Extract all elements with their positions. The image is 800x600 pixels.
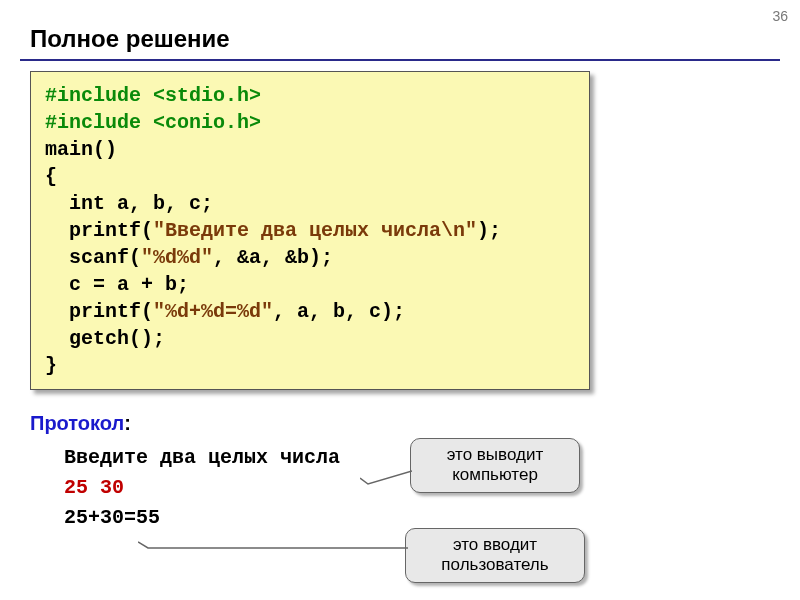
code-block: #include <stdio.h> #include <conio.h> ma… xyxy=(30,71,590,390)
code-line: , &a, &b); xyxy=(213,246,333,269)
title-divider xyxy=(20,59,780,61)
code-line: int xyxy=(45,192,105,215)
code-line: scanf( xyxy=(45,246,141,269)
code-line: #include <stdio.h> xyxy=(45,84,261,107)
code-line: , a, b, c); xyxy=(273,300,405,323)
code-line: getch(); xyxy=(45,327,165,350)
code-line: } xyxy=(45,354,57,377)
code-line: a, b, c; xyxy=(105,192,213,215)
code-string: "Введите два целых числа\n" xyxy=(153,219,477,242)
code-line: #include <conio.h> xyxy=(45,111,261,134)
colon: : xyxy=(124,412,131,434)
code-line: main() xyxy=(45,138,117,161)
protocol-label-text: Протокол xyxy=(30,412,124,434)
code-line: printf( xyxy=(45,219,153,242)
callout-pointer-icon xyxy=(138,541,408,555)
code-string: "%d+%d=%d" xyxy=(153,300,273,323)
code-line: c = a + b; xyxy=(45,273,189,296)
code-line: printf( xyxy=(45,300,153,323)
callout-pointer-icon xyxy=(360,468,412,488)
callout-computer: это выводит компьютер xyxy=(410,438,580,493)
page-number: 36 xyxy=(772,8,788,24)
callout-user: это вводит пользователь xyxy=(405,528,585,583)
page-title: Полное решение xyxy=(30,25,800,53)
protocol-label: Протокол: xyxy=(30,412,800,435)
code-line: { xyxy=(45,165,57,188)
code-string: "%d%d" xyxy=(141,246,213,269)
code-line: ); xyxy=(477,219,501,242)
